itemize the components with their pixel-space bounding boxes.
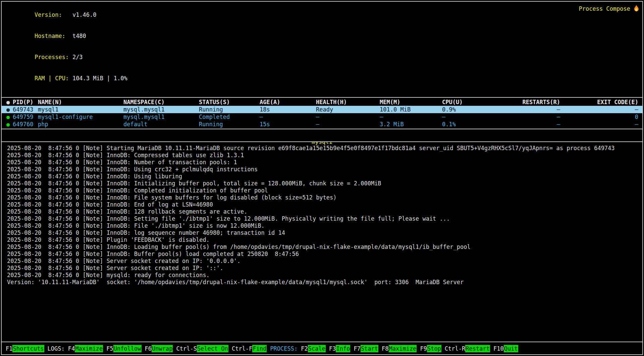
action-chip: Unwrap: [152, 345, 173, 352]
cell-health: –: [316, 121, 380, 128]
section-label-logs: LOGS:: [48, 345, 65, 352]
process-row-mysql1[interactable]: ● 649743 mysql1 mysql.mysql1 Running 18s…: [2, 106, 642, 113]
shortcut-bar: F1Shortcuts LOGS: F4Maximize F5Unfollow …: [2, 345, 642, 353]
action-chip: Find: [252, 345, 267, 352]
key-label: F10: [493, 345, 504, 352]
column-header-mem[interactable]: MEM(M): [380, 98, 442, 106]
shortcut-f5-unfollow[interactable]: F5Unfollow: [106, 345, 141, 352]
shortcut-ctrl-s-select[interactable]: Ctrl-SSelect On: [176, 345, 228, 352]
key-label: F8: [382, 345, 388, 352]
log-line: Version: '10.11.11-MariaDB' socket: '/ho…: [7, 279, 639, 286]
log-line: 2025-08-20 8:47:56 0 [Note] InnoDB: Usin…: [7, 173, 639, 180]
action-chip: Scale: [308, 345, 326, 352]
shortcut-f9-stop[interactable]: F9Stop: [420, 345, 441, 352]
column-header-exit-code[interactable]: EXIT CODE(E): [560, 98, 638, 106]
key-label: F9: [420, 345, 427, 352]
shortcut-f4-maximize-logs[interactable]: F4Maximize: [68, 345, 103, 352]
log-line: 2025-08-20 8:47:56 0 [Note] InnoDB: File…: [7, 194, 639, 201]
system-info: Version:v1.46.0 Hostname:t480 Processes:…: [7, 4, 127, 89]
column-header-pid[interactable]: PID(P): [13, 98, 38, 106]
status-column-header-icon: ●: [6, 98, 13, 106]
column-header-name[interactable]: NAME(N): [38, 98, 123, 106]
cell-cpu: 0.9%: [442, 106, 496, 113]
key-label: F4: [68, 345, 75, 352]
fire-icon: [633, 4, 639, 13]
log-panel-title: mysql1: [311, 141, 333, 146]
cell-health: –: [316, 113, 380, 121]
shortcut-f1-shortcuts[interactable]: F1Shortcuts: [6, 345, 44, 352]
hostname-label: Hostname:: [35, 33, 72, 40]
log-line: 2025-08-20 8:47:56 0 [Note] Starting Mar…: [7, 145, 639, 152]
cell-namespace: mysql.mysql1: [123, 106, 199, 113]
key-label: F5: [106, 345, 113, 352]
log-line: 2025-08-20 8:47:56 0 [Note] InnoDB: Load…: [7, 243, 639, 251]
cell-mem: 101.0 MiB: [380, 106, 442, 113]
log-line: 2025-08-20 8:47:56 0 [Note] InnoDB: log …: [7, 229, 639, 236]
log-line: 2025-08-20 8:47:56 0 [Note] Plugin 'FEED…: [7, 236, 639, 243]
key-label: F6: [145, 345, 152, 352]
action-chip: Start: [361, 345, 378, 352]
action-chip: Info: [336, 345, 350, 352]
processes-label: Processes:: [35, 54, 72, 61]
cell-age: 15s: [260, 121, 316, 128]
cell-name: mysql1: [38, 106, 123, 113]
column-header-cpu[interactable]: CPU(U): [442, 98, 496, 106]
ram-cpu-value: 104.3 MiB | 1.0%: [72, 75, 127, 82]
table-header-row: ● PID(P) NAME(N) NAMESPACE(C) STATUS(S) …: [2, 98, 642, 106]
action-chip: Select On: [197, 345, 228, 352]
action-chip: Maximize: [389, 345, 417, 352]
log-line: 2025-08-20 8:47:56 0 [Note] InnoDB: Sett…: [7, 215, 639, 222]
log-output[interactable]: 2025-08-20 8:47:56 0 [Note] Starting Mar…: [2, 142, 642, 286]
column-header-status[interactable]: STATUS(S): [199, 98, 260, 106]
cell-cpu: 0.1%: [442, 121, 496, 128]
shortcut-f3-info[interactable]: F3Info: [329, 345, 350, 352]
log-line: 2025-08-20 8:47:56 0 [Note] InnoDB: Buff…: [7, 251, 639, 258]
cell-namespace: default: [123, 121, 199, 128]
shortcut-f7-start[interactable]: F7Start: [354, 345, 378, 352]
version-line: Version:v1.46.0: [7, 4, 127, 26]
cell-pid: 649759: [13, 113, 38, 121]
shortcut-f6-unwrap[interactable]: F6Unwrap: [145, 345, 173, 352]
action-chip: Quit: [504, 345, 518, 352]
key-label: Ctrl-R: [445, 345, 465, 352]
shortcut-f2-scale[interactable]: F2Scale: [301, 345, 326, 352]
column-header-namespace[interactable]: NAMESPACE(C): [123, 98, 199, 106]
action-chip: Restart: [465, 345, 490, 352]
version-value: v1.46.0: [72, 11, 97, 18]
log-panel: mysql1 2025-08-20 8:47:56 0 [Note] Start…: [2, 141, 642, 342]
processes-value: 2/3: [72, 54, 83, 60]
ram-cpu-line: RAM | CPU:104.3 MiB | 1.0%: [7, 68, 127, 89]
log-line: 2025-08-20 8:47:56 0 [Note] InnoDB: Init…: [7, 180, 639, 187]
cell-restarts: –: [496, 113, 560, 121]
section-label-process: PROCESS:: [270, 345, 298, 352]
shortcut-f8-maximize-process[interactable]: F8Maximize: [382, 345, 417, 352]
cell-cpu: –: [442, 113, 496, 121]
shortcut-ctrl-r-restart[interactable]: Ctrl-RRestart: [445, 345, 490, 352]
process-row-mysql1-configure[interactable]: ● 649759 mysql1-configure mysql.mysql1 C…: [2, 113, 642, 121]
log-line: 2025-08-20 8:47:56 0 [Note] InnoDB: Numb…: [7, 159, 639, 166]
log-line: 2025-08-20 8:47:56 0 [Note] InnoDB: Usin…: [7, 166, 639, 173]
version-label: Version:: [35, 11, 72, 18]
log-line: 2025-08-20 8:47:56 0 [Note] InnoDB: File…: [7, 222, 639, 229]
process-row-php[interactable]: ● 649760 php default Running 15s – 3.2 M…: [2, 121, 642, 128]
cell-restarts: –: [496, 121, 560, 128]
shortcut-ctrl-f-find[interactable]: Ctrl-FFind: [232, 345, 267, 352]
log-line: 2025-08-20 8:47:56 0 [Note] InnoDB: Comp…: [7, 187, 639, 194]
column-header-health[interactable]: HEALTH(H): [316, 98, 380, 106]
column-header-restarts[interactable]: RESTARTS(R): [496, 98, 560, 106]
column-header-age[interactable]: AGE(A): [260, 98, 316, 106]
key-label: F3: [329, 345, 336, 352]
log-line: 2025-08-20 8:47:56 0 [Note] mysqld: read…: [7, 272, 639, 279]
cell-mem: 3.2 MiB: [380, 121, 442, 128]
key-label: Ctrl-S: [176, 345, 197, 352]
processes-line: Processes:2/3: [7, 47, 127, 68]
shortcut-f10-quit[interactable]: F10Quit: [493, 345, 518, 352]
app-title-text: Process Compose: [579, 5, 630, 12]
ram-cpu-label: RAM | CPU:: [35, 75, 72, 82]
cell-exit-code: –: [560, 106, 638, 113]
action-chip: Shortcuts: [12, 345, 44, 352]
key-label: F7: [354, 345, 360, 352]
key-label: Ctrl-F: [232, 345, 252, 352]
log-line: 2025-08-20 8:47:56 0 [Note] InnoDB: End …: [7, 201, 639, 208]
hostname-value: t480: [72, 33, 86, 39]
